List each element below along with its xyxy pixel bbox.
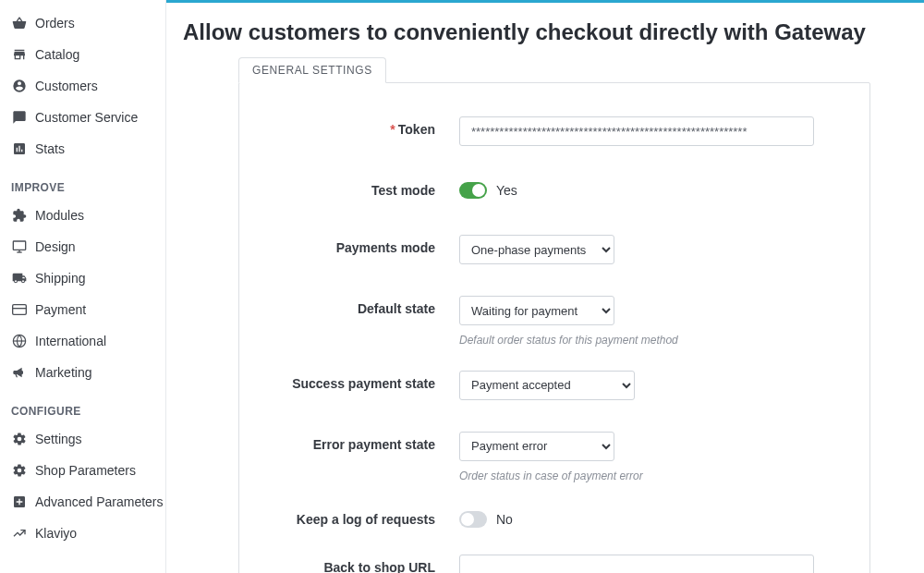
sidebar-item-label: Design (35, 239, 76, 254)
sidebar-item-klaviyo[interactable]: Klaviyo (6, 518, 165, 549)
sidebar-item-modules[interactable]: Modules (6, 200, 165, 231)
megaphone-icon (9, 365, 30, 380)
sidebar-item-label: Settings (35, 432, 82, 446)
row-payments-mode: Payments mode One-phase payments (265, 235, 844, 264)
success-state-select[interactable]: Payment accepted (459, 371, 635, 400)
sidebar-item-label: Shop Parameters (35, 463, 136, 478)
sidebar-item-orders[interactable]: Orders (6, 7, 165, 39)
svg-rect-0 (13, 241, 25, 250)
sidebar-section-configure: CONFIGURE (6, 388, 165, 423)
trend-icon (9, 526, 30, 541)
sidebar-item-stats[interactable]: Stats (6, 133, 165, 165)
basket-icon (9, 16, 30, 30)
page-title: Allow customers to conveniently checkout… (183, 19, 907, 45)
sidebar-item-design[interactable]: Design (6, 231, 165, 262)
truck-icon (9, 271, 30, 286)
keep-log-toggle[interactable] (459, 511, 487, 528)
sidebar: Orders Catalog Customers Customer Servic… (0, 0, 166, 573)
sidebar-item-label: Modules (35, 208, 84, 223)
token-label: *Token (265, 116, 435, 137)
required-asterisk: * (390, 122, 395, 137)
sidebar-item-label: Customer Service (35, 110, 138, 125)
user-icon (9, 79, 30, 93)
tab-general-settings[interactable]: GENERAL SETTINGS (238, 57, 386, 83)
bar-chart-icon (9, 141, 30, 156)
error-state-help: Order status in case of payment error (459, 469, 810, 484)
row-keep-log: Keep a log of requests No (265, 506, 844, 532)
sidebar-item-customers[interactable]: Customers (6, 70, 165, 102)
test-mode-toggle-text: Yes (496, 183, 517, 198)
sidebar-item-payment[interactable]: Payment (6, 294, 165, 325)
sidebar-item-label: Stats (35, 141, 65, 156)
back-url-input[interactable] (459, 555, 814, 573)
sidebar-item-marketing[interactable]: Marketing (6, 357, 165, 388)
sidebar-item-catalog[interactable]: Catalog (6, 39, 165, 70)
plus-box-icon (9, 494, 30, 509)
error-state-select[interactable]: Payment error (459, 432, 614, 461)
sidebar-item-international[interactable]: International (6, 325, 165, 357)
success-state-label: Success payment state (265, 371, 435, 391)
sidebar-item-shop-parameters[interactable]: Shop Parameters (6, 455, 165, 486)
token-input[interactable] (459, 116, 814, 146)
sidebar-item-settings[interactable]: Settings (6, 423, 165, 455)
default-state-help: Default order status for this payment me… (459, 333, 810, 348)
sidebar-item-label: Shipping (35, 271, 86, 286)
default-state-select[interactable]: Waiting for payment (459, 296, 614, 325)
keep-log-label: Keep a log of requests (265, 506, 435, 527)
row-default-state: Default state Waiting for payment Defaul… (265, 296, 844, 348)
gear-icon (9, 432, 30, 446)
svg-rect-3 (13, 305, 27, 315)
row-success-state: Success payment state Payment accepted (265, 371, 844, 400)
test-mode-toggle[interactable] (459, 182, 487, 199)
test-mode-label: Test mode (265, 177, 435, 198)
row-back-url: Back to shop URL Adds URL for checkout p… (265, 555, 844, 573)
sidebar-item-label: International (35, 334, 106, 348)
sidebar-item-label: Klaviyo (35, 526, 77, 541)
error-state-label: Error payment state (265, 432, 435, 452)
credit-card-icon (9, 302, 30, 317)
sidebar-section-improve: IMPROVE (6, 165, 165, 200)
monitor-icon (9, 239, 30, 254)
sidebar-item-customer-service[interactable]: Customer Service (6, 102, 165, 133)
row-error-state: Error payment state Payment error Order … (265, 432, 844, 484)
default-state-label: Default state (265, 296, 435, 316)
gear-icon (9, 463, 30, 478)
puzzle-icon (9, 208, 30, 223)
sidebar-item-label: Catalog (35, 47, 79, 62)
row-test-mode: Test mode Yes (265, 177, 844, 203)
sidebar-item-label: Marketing (35, 365, 91, 380)
sidebar-item-label: Advanced Parameters (35, 494, 164, 509)
payments-mode-select[interactable]: One-phase payments (459, 235, 614, 264)
sidebar-item-advanced-parameters[interactable]: Advanced Parameters (6, 486, 165, 518)
sidebar-item-label: Payment (35, 302, 86, 317)
chat-icon (9, 110, 30, 125)
main-content: Allow customers to conveniently checkout… (166, 0, 924, 573)
sidebar-item-label: Orders (35, 16, 75, 30)
back-url-label: Back to shop URL (265, 555, 435, 573)
settings-panel: GENERAL SETTINGS *Token Test mode Yes (238, 82, 870, 573)
globe-icon (9, 334, 30, 348)
payments-mode-label: Payments mode (265, 235, 435, 255)
sidebar-item-label: Customers (35, 79, 98, 93)
accent-line (166, 0, 924, 3)
sidebar-item-shipping[interactable]: Shipping (6, 262, 165, 294)
row-token: *Token (265, 116, 844, 146)
keep-log-toggle-text: No (496, 512, 513, 527)
store-icon (9, 47, 30, 62)
